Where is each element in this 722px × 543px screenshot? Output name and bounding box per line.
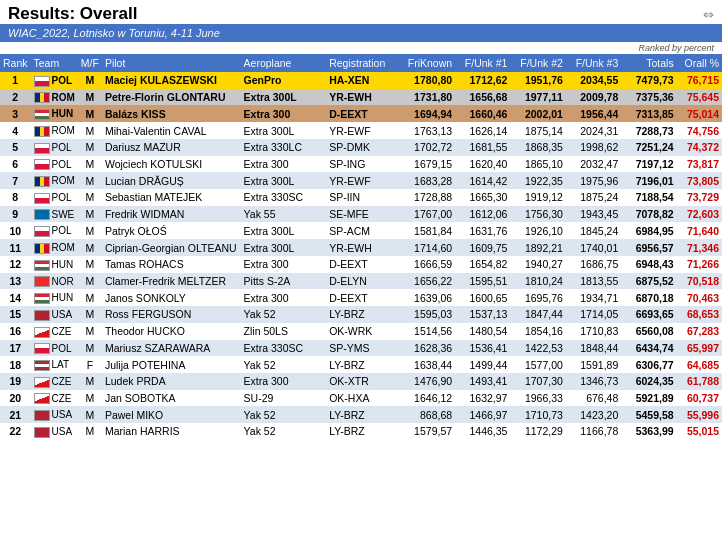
funk1-cell: 1654,82 [455, 256, 510, 273]
overall-cell: 67,283 [677, 323, 722, 340]
totals-cell: 6984,95 [621, 222, 676, 239]
funk2-cell: 1756,30 [510, 206, 565, 223]
team-cell: HUN [31, 256, 78, 273]
col-funk2: F/Unk #2 [510, 54, 565, 72]
totals-cell: 7251,24 [621, 139, 676, 156]
funk1-cell: 1614,42 [455, 172, 510, 189]
table-row: 22 USA M Marian HARRIS Yak 52 LY-BRZ 157… [0, 423, 722, 440]
aeroplane-cell: Extra 300 [241, 373, 327, 390]
flag-usa [34, 410, 50, 421]
mf-cell: M [78, 373, 102, 390]
funk2-cell: 1966,33 [510, 390, 565, 407]
flag-lat [34, 360, 50, 371]
rank-cell: 4 [0, 122, 31, 139]
subtitle-bar: WIAC_2022, Lotnisko w Toruniu, 4-11 June [0, 24, 722, 42]
pilot-cell: Maciej KULASZEWSKI [102, 72, 241, 89]
pilot-cell: Lucian DRĂGUȘ [102, 172, 241, 189]
rank-cell: 20 [0, 390, 31, 407]
friknown-cell: 1694,94 [397, 105, 455, 122]
team-cell: POL [31, 222, 78, 239]
funk1-cell: 1712,62 [455, 72, 510, 89]
col-overall: Orall % [677, 54, 722, 72]
funk3-cell: 2009,78 [566, 89, 621, 106]
registration-cell: OK-HXA [326, 390, 396, 407]
rank-cell: 16 [0, 323, 31, 340]
results-table: Rank Team M/F Pilot Aeroplane Registrati… [0, 54, 722, 440]
funk3-cell: 1710,83 [566, 323, 621, 340]
team-cell: HUN [31, 289, 78, 306]
mf-cell: M [78, 256, 102, 273]
table-row: 2 ROM M Petre-Florin GLONTARU Extra 300L… [0, 89, 722, 106]
rank-cell: 17 [0, 340, 31, 357]
registration-cell: LY-BRZ [326, 406, 396, 423]
totals-cell: 6870,18 [621, 289, 676, 306]
aeroplane-cell: Yak 52 [241, 423, 327, 440]
col-mf: M/F [78, 54, 102, 72]
mf-cell: M [78, 406, 102, 423]
funk3-cell: 1166,78 [566, 423, 621, 440]
friknown-cell: 1646,12 [397, 390, 455, 407]
funk1-cell: 1632,97 [455, 390, 510, 407]
mf-cell: M [78, 105, 102, 122]
rank-cell: 10 [0, 222, 31, 239]
funk1-cell: 1499,44 [455, 356, 510, 373]
rank-cell: 12 [0, 256, 31, 273]
funk3-cell: 2034,55 [566, 72, 621, 89]
pilot-cell: Mihai-Valentin CAVAL [102, 122, 241, 139]
funk2-cell: 1847,44 [510, 306, 565, 323]
funk1-cell: 1612,06 [455, 206, 510, 223]
aeroplane-cell: Pitts S-2A [241, 273, 327, 290]
funk1-cell: 1656,68 [455, 89, 510, 106]
flag-pol [34, 193, 50, 204]
funk3-cell: 2032,47 [566, 156, 621, 173]
team-cell: POL [31, 156, 78, 173]
overall-cell: 72,603 [677, 206, 722, 223]
overall-cell: 70,518 [677, 273, 722, 290]
funk2-cell: 1940,27 [510, 256, 565, 273]
flag-cze [34, 327, 50, 338]
pilot-cell: Mariusz SZARAWARA [102, 340, 241, 357]
team-cell: POL [31, 189, 78, 206]
registration-cell: D-EEXT [326, 105, 396, 122]
rank-cell: 1 [0, 72, 31, 89]
pilot-cell: Pawel MIKO [102, 406, 241, 423]
table-row: 10 POL M Patryk OŁOŚ Extra 300L SP-ACM 1… [0, 222, 722, 239]
totals-cell: 7375,36 [621, 89, 676, 106]
funk2-cell: 1922,35 [510, 172, 565, 189]
team-cell: CZE [31, 390, 78, 407]
friknown-cell: 1579,57 [397, 423, 455, 440]
flag-rom [34, 176, 50, 187]
overall-cell: 68,653 [677, 306, 722, 323]
friknown-cell: 1476,90 [397, 373, 455, 390]
funk2-cell: 1875,14 [510, 122, 565, 139]
funk1-cell: 1446,35 [455, 423, 510, 440]
team-cell: HUN [31, 105, 78, 122]
mf-cell: M [78, 172, 102, 189]
funk1-cell: 1466,97 [455, 406, 510, 423]
funk2-cell: 1892,21 [510, 239, 565, 256]
funk2-cell: 1951,76 [510, 72, 565, 89]
aeroplane-cell: Extra 300L [241, 222, 327, 239]
registration-cell: LY-BRZ [326, 356, 396, 373]
table-row: 18 LAT F Julija POTEHINA Yak 52 LY-BRZ 1… [0, 356, 722, 373]
table-row: 4 ROM M Mihai-Valentin CAVAL Extra 300L … [0, 122, 722, 139]
mf-cell: M [78, 72, 102, 89]
pilot-cell: Tamas ROHACS [102, 256, 241, 273]
team-cell: NOR [31, 273, 78, 290]
registration-cell: YR-EWH [326, 239, 396, 256]
registration-cell: SP-ACM [326, 222, 396, 239]
mf-cell: M [78, 239, 102, 256]
overall-cell: 70,463 [677, 289, 722, 306]
overall-cell: 71,640 [677, 222, 722, 239]
registration-cell: OK-WRK [326, 323, 396, 340]
flag-cze [34, 393, 50, 404]
totals-cell: 6875,52 [621, 273, 676, 290]
funk1-cell: 1493,41 [455, 373, 510, 390]
flag-hun [34, 293, 50, 304]
friknown-cell: 1595,03 [397, 306, 455, 323]
flag-pol [34, 226, 50, 237]
funk3-cell: 1998,62 [566, 139, 621, 156]
flag-usa [34, 310, 50, 321]
funk3-cell: 676,48 [566, 390, 621, 407]
funk2-cell: 1854,16 [510, 323, 565, 340]
